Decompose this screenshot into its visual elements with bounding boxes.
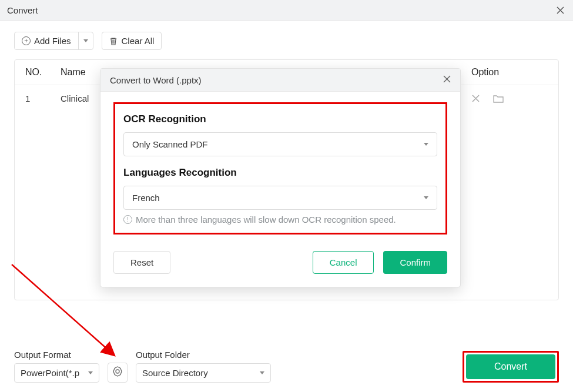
remove-row-icon[interactable] (471, 94, 480, 103)
language-select[interactable]: French (123, 186, 437, 210)
column-header-no: NO. (25, 67, 61, 78)
chevron-down-icon (83, 39, 88, 42)
chevron-down-icon (88, 371, 93, 374)
clear-all-button[interactable]: Clear All (102, 32, 162, 50)
plus-icon: + (22, 36, 31, 45)
chevron-down-icon (424, 143, 428, 146)
convert-settings-dialog: Convert to Word (.pptx) OCR Recognition … (100, 68, 461, 287)
output-folder-select[interactable]: Source Directory (136, 363, 271, 383)
settings-button[interactable] (108, 363, 128, 383)
annotation-highlight: OCR Recognition Only Scanned PDF Languag… (113, 102, 447, 234)
gear-icon (112, 366, 123, 379)
annotation-highlight: Convert (463, 351, 559, 383)
output-folder-value: Source Directory (142, 368, 208, 378)
ocr-section-label: OCR Recognition (123, 113, 437, 125)
close-icon[interactable] (554, 5, 566, 16)
trash-icon (109, 36, 118, 45)
window-title: Convert (7, 5, 38, 15)
language-value: French (132, 193, 160, 203)
ocr-mode-select[interactable]: Only Scanned PDF (123, 132, 437, 156)
output-format-select[interactable]: PowerPoint(*.p (14, 363, 99, 383)
hint-text: More than three languages will slow down… (136, 215, 396, 225)
convert-button[interactable]: Convert (466, 354, 555, 379)
ocr-mode-value: Only Scanned PDF (132, 139, 207, 149)
dialog-close-icon[interactable] (443, 75, 451, 85)
add-files-label: Add Files (34, 36, 71, 46)
column-header-option: Option (471, 67, 548, 78)
svg-marker-0 (113, 367, 122, 376)
output-folder-label: Output Folder (136, 350, 271, 360)
confirm-button[interactable]: Confirm (383, 251, 447, 274)
language-section-label: Languages Recognition (123, 167, 437, 179)
language-hint: ! More than three languages will slow do… (123, 215, 437, 225)
open-folder-icon[interactable] (493, 94, 504, 103)
reset-button[interactable]: Reset (113, 251, 170, 274)
cancel-button[interactable]: Cancel (313, 251, 374, 274)
output-format-label: Output Format (14, 350, 99, 360)
add-files-dropdown-caret[interactable] (78, 32, 93, 49)
output-format-value: PowerPoint(*.p (21, 368, 79, 378)
info-icon: ! (123, 215, 132, 224)
chevron-down-icon (260, 371, 264, 374)
svg-point-1 (116, 370, 119, 373)
clear-all-label: Clear All (122, 36, 155, 46)
add-files-button[interactable]: + Add Files (14, 32, 93, 50)
chevron-down-icon (424, 196, 428, 199)
dialog-title: Convert to Word (.pptx) (110, 75, 202, 85)
row-number: 1 (25, 93, 61, 103)
